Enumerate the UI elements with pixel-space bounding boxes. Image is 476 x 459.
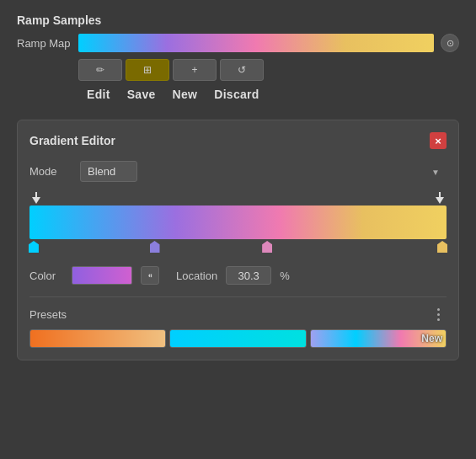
menu-dot [437, 313, 440, 316]
presets-header: Presets [29, 296, 447, 323]
color-label: Color [29, 270, 63, 282]
close-button[interactable]: × [430, 132, 447, 149]
gradient-bar[interactable] [29, 205, 447, 239]
marker-body [29, 241, 39, 253]
color-marker-purple[interactable] [150, 241, 160, 253]
pencil-button[interactable]: ✏ [78, 59, 122, 81]
ramp-map-label: Ramp Map [17, 37, 72, 50]
preset-new-label: New [421, 333, 442, 344]
mode-row: Mode Blend Fixed Random [29, 161, 447, 182]
mode-select[interactable]: Blend Fixed Random [80, 161, 137, 182]
color-marker-cyan[interactable] [29, 241, 39, 253]
refresh-button[interactable]: ↺ [220, 59, 264, 81]
discard-button[interactable]: Discard [206, 86, 267, 103]
eyedropper-button[interactable]: ⁌ [141, 266, 159, 285]
mode-select-wrapper: Blend Fixed Random [80, 161, 447, 182]
bottom-markers [29, 241, 447, 256]
color-swatch[interactable] [72, 266, 132, 285]
percent-label: % [280, 270, 290, 282]
new-button[interactable]: New [164, 86, 206, 103]
location-input[interactable] [226, 266, 271, 285]
marker-body [437, 241, 447, 253]
presets-grid: New [29, 329, 447, 348]
save-icon-button[interactable]: ⊞ [126, 59, 169, 81]
page-title: Ramp Samples [17, 13, 459, 27]
menu-dot [437, 318, 440, 321]
preset-item-cyan[interactable] [169, 329, 306, 348]
toolbar-row: ✏ ⊞ + ↺ [78, 59, 459, 81]
eyedropper-icon: ⁌ [147, 270, 153, 282]
action-row: Edit Save New Discard [78, 86, 459, 103]
presets-menu-button[interactable] [430, 306, 447, 323]
top-markers [29, 192, 447, 204]
gradient-editor-header: Gradient Editor × [29, 132, 447, 149]
location-label: Location [176, 270, 217, 282]
alpha-marker-right[interactable] [435, 192, 445, 204]
alpha-marker-left[interactable] [31, 192, 41, 204]
ramp-map-row: Ramp Map ⊙ [17, 34, 459, 52]
color-location-row: Color ⁌ Location % [29, 266, 447, 285]
marker-body [150, 241, 160, 253]
menu-dot [437, 308, 440, 311]
color-marker-yellow[interactable] [437, 241, 447, 253]
preset-item-orange[interactable] [29, 329, 166, 348]
marker-arrow [32, 197, 40, 204]
color-marker-pink[interactable] [262, 241, 272, 253]
gradient-area [29, 192, 447, 256]
main-panel: Ramp Samples Ramp Map ⊙ ✏ ⊞ + ↺ Edit Sav… [0, 0, 476, 120]
mode-label: Mode [29, 165, 72, 178]
gradient-editor-dialog: Gradient Editor × Mode Blend Fixed Rando… [17, 120, 459, 360]
edit-button[interactable]: Edit [78, 86, 119, 103]
presets-label: Presets [29, 308, 67, 321]
save-button[interactable]: Save [119, 86, 164, 103]
marker-body [262, 241, 272, 253]
add-button[interactable]: + [173, 59, 217, 81]
gradient-editor-title: Gradient Editor [29, 134, 115, 147]
marker-arrow [436, 197, 444, 204]
preset-item-rainbow[interactable]: New [310, 329, 447, 348]
ramp-reset-button[interactable]: ⊙ [441, 34, 459, 52]
ramp-map-gradient[interactable] [78, 34, 434, 52]
